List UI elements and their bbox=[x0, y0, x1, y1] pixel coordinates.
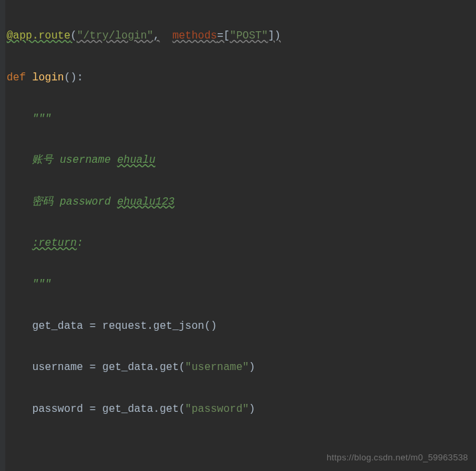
func-name: login bbox=[32, 72, 64, 84]
code-editor[interactable]: @app.route("/try/login", methods=["POST"… bbox=[0, 0, 476, 471]
code-line: """ bbox=[7, 109, 469, 130]
code-line: @app.route("/try/login", methods=["POST"… bbox=[7, 26, 469, 47]
decorator: @app.route bbox=[7, 30, 70, 42]
code-line: username = get_data.get("username") bbox=[7, 357, 469, 378]
code-line: 密码 password ehualu123 bbox=[7, 192, 469, 213]
code-line: def login(): bbox=[7, 68, 469, 88]
code-line: 账号 username ehualu bbox=[7, 150, 469, 171]
editor-gutter bbox=[0, 0, 5, 471]
code-line: :return: bbox=[7, 233, 469, 254]
watermark-text: https://blog.csdn.net/m0_59963538 bbox=[327, 449, 468, 466]
code-line: password = get_data.get("password") bbox=[7, 399, 469, 420]
code-line: """ bbox=[7, 274, 469, 295]
code-line: get_data = request.get_json() bbox=[7, 316, 469, 337]
